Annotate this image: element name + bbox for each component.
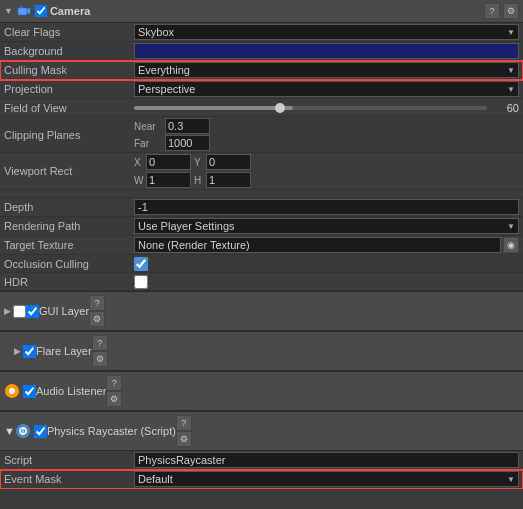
viewport-y-label: Y — [194, 157, 204, 168]
viewport-x-label: X — [134, 157, 144, 168]
viewport-y-input[interactable] — [206, 154, 251, 170]
culling-mask-row: Culling Mask Everything ▼ — [0, 61, 523, 80]
viewport-y-group: Y — [194, 154, 251, 170]
projection-row: Projection Perspective ▼ — [0, 80, 523, 99]
culling-mask-value: Everything ▼ — [134, 62, 519, 78]
flare-layer-active-checkbox[interactable] — [23, 345, 36, 358]
gui-layer-enable-checkbox[interactable] — [13, 305, 26, 318]
fov-slider-track[interactable] — [134, 106, 487, 110]
viewport-x-input[interactable] — [146, 154, 191, 170]
audio-listener-header-icons: ? ⚙ — [106, 375, 122, 407]
projection-value: Perspective ▼ — [134, 81, 519, 97]
fov-slider-thumb[interactable] — [275, 103, 285, 113]
fov-slider-value: 60 — [491, 102, 519, 114]
background-label: Background — [4, 45, 134, 57]
flare-layer-title: Flare Layer — [36, 345, 92, 357]
camera-component-header[interactable]: ▼ Camera ? ⚙ — [0, 0, 523, 23]
occlusion-culling-checkbox[interactable] — [134, 257, 148, 271]
event-mask-dropdown[interactable]: Default ▼ — [134, 471, 519, 487]
fov-label: Field of View — [4, 102, 134, 114]
camera-settings-button[interactable]: ⚙ — [503, 3, 519, 19]
physics-raycaster-settings-button[interactable]: ⚙ — [176, 431, 192, 447]
hdr-row: HDR — [0, 273, 523, 291]
rendering-path-dropdown[interactable]: Use Player Settings ▼ — [134, 218, 519, 234]
event-mask-label: Event Mask — [4, 473, 134, 485]
hdr-label: HDR — [4, 276, 134, 288]
rendering-path-row: Rendering Path Use Player Settings ▼ — [0, 217, 523, 236]
clipping-far-input[interactable] — [165, 135, 210, 151]
gui-layer-settings-button[interactable]: ⚙ — [89, 311, 105, 327]
target-texture-browse-button[interactable]: ◉ — [503, 237, 519, 253]
gui-layer-help-button[interactable]: ? — [89, 295, 105, 311]
camera-icon — [16, 3, 32, 19]
background-value — [134, 43, 519, 59]
target-texture-row: Target Texture None (Render Texture) ◉ — [0, 236, 523, 255]
clear-flags-arrow: ▼ — [507, 28, 515, 37]
flare-layer-settings-button[interactable]: ⚙ — [92, 351, 108, 367]
viewport-h-group: H — [194, 172, 251, 188]
clipping-planes-value: Near Far — [134, 118, 519, 151]
depth-label: Depth — [4, 201, 134, 213]
viewport-h-input[interactable] — [206, 172, 251, 188]
audio-listener-settings-button[interactable]: ⚙ — [106, 391, 122, 407]
clipping-planes-row: Clipping Planes Near Far — [0, 117, 523, 153]
clipping-near-input[interactable] — [165, 118, 210, 134]
gui-layer-header[interactable]: ▶ GUI Layer ? ⚙ — [0, 291, 523, 331]
physics-raycaster-help-button[interactable]: ? — [176, 415, 192, 431]
viewport-w-label: W — [134, 175, 144, 186]
audio-listener-orange-icon — [5, 384, 19, 398]
flare-layer-arrow: ▶ — [14, 346, 21, 356]
flare-layer-help-button[interactable]: ? — [92, 335, 108, 351]
audio-listener-header[interactable]: Audio Listener ? ⚙ — [0, 371, 523, 411]
event-mask-row: Event Mask Default ▼ — [0, 470, 523, 489]
flare-layer-header-icons: ? ⚙ — [92, 335, 108, 367]
depth-value — [134, 199, 519, 215]
culling-mask-label: Culling Mask — [4, 64, 134, 76]
camera-enable-checkbox[interactable] — [35, 5, 47, 17]
audio-listener-active-checkbox[interactable] — [23, 385, 36, 398]
culling-mask-dropdown[interactable]: Everything ▼ — [134, 62, 519, 78]
clipping-far-row: Far — [134, 135, 519, 151]
viewport-h-label: H — [194, 175, 204, 186]
projection-dropdown[interactable]: Perspective ▼ — [134, 81, 519, 97]
audio-listener-help-button[interactable]: ? — [106, 375, 122, 391]
clear-flags-label: Clear Flags — [4, 26, 134, 38]
clear-flags-dropdown[interactable]: Skybox ▼ — [134, 24, 519, 40]
event-mask-value: Default ▼ — [134, 471, 519, 487]
hdr-checkbox[interactable] — [134, 275, 148, 289]
script-value: PhysicsRaycaster — [134, 452, 519, 468]
svg-rect-0 — [18, 8, 27, 15]
camera-header-icons: ? ⚙ — [484, 3, 519, 19]
viewport-xy-row: X Y — [134, 154, 519, 170]
clipping-container: Near Far — [134, 118, 519, 151]
occlusion-culling-row: Occlusion Culling — [0, 255, 523, 273]
target-texture-label: Target Texture — [4, 239, 134, 251]
script-dropdown[interactable]: PhysicsRaycaster — [134, 452, 519, 468]
viewport-rect-label: Viewport Rect — [4, 165, 134, 177]
viewport-w-input[interactable] — [146, 172, 191, 188]
spacer-row — [0, 190, 523, 198]
projection-arrow: ▼ — [507, 85, 515, 94]
background-color-picker[interactable] — [134, 43, 519, 59]
script-row: Script PhysicsRaycaster — [0, 451, 523, 470]
camera-collapse-arrow[interactable]: ▼ — [4, 6, 13, 16]
fov-row: Field of View 60 — [0, 99, 523, 117]
physics-raycaster-collapse-arrow[interactable]: ▼ — [4, 425, 15, 437]
gui-layer-active-checkbox[interactable] — [26, 305, 39, 318]
rendering-path-value: Use Player Settings ▼ — [134, 218, 519, 234]
clear-flags-value: Skybox ▼ — [134, 24, 519, 40]
physics-raycaster-header-icons: ? ⚙ — [176, 415, 192, 447]
svg-rect-3 — [9, 390, 11, 393]
physics-raycaster-blue-icon — [16, 424, 30, 438]
physics-raycaster-active-checkbox[interactable] — [34, 425, 47, 438]
hdr-value — [134, 275, 519, 289]
rendering-path-label: Rendering Path — [4, 220, 134, 232]
target-texture-field: None (Render Texture) — [134, 237, 501, 253]
viewport-rect-row: Viewport Rect X Y — [0, 153, 523, 190]
depth-input[interactable] — [134, 199, 519, 215]
physics-raycaster-header[interactable]: ▼ Physics Raycaster (Script) ? ⚙ — [0, 411, 523, 451]
clear-flags-row: Clear Flags Skybox ▼ — [0, 23, 523, 42]
flare-layer-header[interactable]: ▶ Flare Layer ? ⚙ — [0, 331, 523, 371]
clipping-far-label: Far — [134, 138, 162, 149]
camera-help-button[interactable]: ? — [484, 3, 500, 19]
